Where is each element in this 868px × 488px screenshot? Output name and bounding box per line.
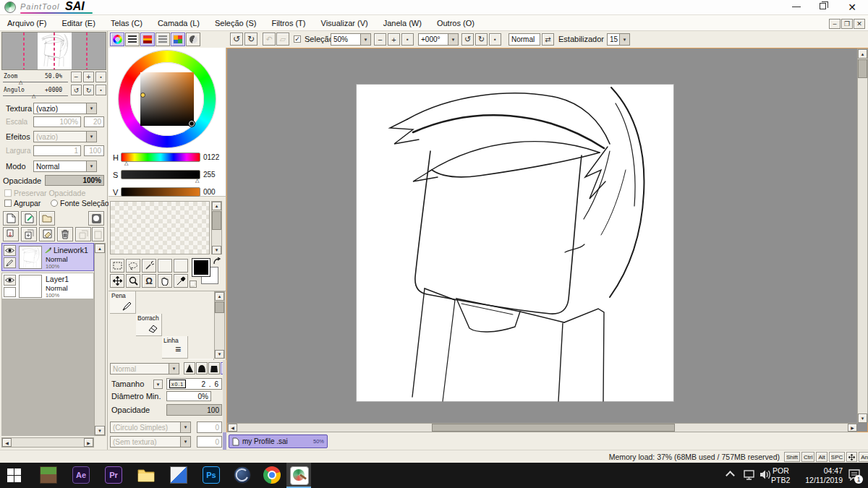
scroll-down-arrow[interactable]: ▼ bbox=[858, 414, 867, 423]
nav-zoom-out-button[interactable]: − bbox=[71, 72, 82, 82]
tray-chevron-up-icon[interactable] bbox=[726, 471, 735, 480]
layers-vertical-scrollbar[interactable]: ▲ ▼ bbox=[94, 243, 106, 436]
menu-selecao[interactable]: Seleção (S) bbox=[215, 19, 256, 27]
rotate-canvas-tool[interactable]: Ω bbox=[142, 274, 156, 288]
layer-visibility-button[interactable] bbox=[4, 245, 16, 256]
brush-size-slider[interactable]: x0.1 2 . 6 bbox=[166, 378, 222, 390]
view-mode-combobox[interactable]: Normal bbox=[509, 33, 540, 46]
rgb-sliders-toggle-button[interactable] bbox=[140, 33, 155, 46]
hand-tool[interactable] bbox=[158, 274, 172, 288]
new-folder-button[interactable] bbox=[39, 211, 55, 226]
angle-slider-handle[interactable]: △ bbox=[32, 93, 35, 99]
swatches-toggle-button[interactable] bbox=[171, 33, 185, 46]
canvas[interactable] bbox=[356, 84, 674, 402]
mdi-close-button[interactable]: ✕ bbox=[854, 19, 865, 29]
scrollbar-thumb[interactable] bbox=[212, 211, 221, 230]
nav-zoom-in-button[interactable]: + bbox=[83, 72, 94, 82]
scroll-left-arrow[interactable]: ◀ bbox=[228, 424, 237, 432]
layer-opacity-slider[interactable]: 100% bbox=[45, 175, 104, 186]
taskbar-premiere[interactable]: Pr bbox=[105, 466, 122, 484]
tool-pena[interactable]: Pena bbox=[110, 291, 136, 314]
window-minimize-button[interactable] bbox=[792, 7, 801, 7]
new-layer-button[interactable] bbox=[3, 211, 19, 226]
taskbar-chrome[interactable] bbox=[263, 466, 281, 484]
zoom-tool[interactable] bbox=[126, 274, 140, 288]
menu-visualizar[interactable]: Visualizar (V) bbox=[321, 19, 368, 27]
canvas-vertical-scrollbar[interactable]: ▲ ▼ bbox=[857, 48, 868, 423]
texture-combobox[interactable]: (vazio) ▼ bbox=[33, 103, 97, 114]
taskbar-sai-active[interactable] bbox=[286, 463, 311, 488]
mdi-minimize-button[interactable]: – bbox=[829, 19, 841, 29]
chevron-down-icon[interactable]: ▼ bbox=[619, 34, 629, 45]
scroll-right-arrow[interactable]: ▶ bbox=[848, 424, 857, 432]
scroll-up-arrow[interactable]: ▲ bbox=[858, 49, 867, 59]
menu-filtros[interactable]: Filtros (T) bbox=[271, 19, 305, 27]
min-diameter-slider[interactable]: 0% bbox=[166, 391, 211, 401]
scrollbar-thumb[interactable] bbox=[215, 301, 224, 313]
rotate-ccw-button[interactable]: ↺ bbox=[461, 33, 474, 46]
nav-rotate-ccw-button[interactable]: ↺ bbox=[71, 85, 82, 95]
layer-row-linework1[interactable]: Linework1 Normal 100% bbox=[1, 243, 94, 271]
clipping-group-checkbox[interactable] bbox=[4, 200, 12, 207]
hue-slider[interactable] bbox=[121, 153, 200, 162]
zoom-combobox[interactable]: 50% ▼ bbox=[331, 33, 371, 46]
layer-row-layer1[interactable]: Layer1 Normal 100% bbox=[1, 273, 94, 299]
angle-combobox[interactable]: +000° ▼ bbox=[418, 33, 459, 46]
brush-size-unit-button[interactable]: ▼ bbox=[153, 380, 163, 389]
scroll-up-arrow[interactable]: ▲ bbox=[215, 292, 224, 301]
chevron-down-icon[interactable]: ▼ bbox=[86, 103, 96, 114]
nav-rotate-reset-button[interactable]: ▪ bbox=[95, 85, 106, 95]
tray-network-icon[interactable] bbox=[744, 470, 756, 480]
rect-select-tool[interactable] bbox=[110, 259, 124, 273]
navigator-preview[interactable] bbox=[1, 32, 106, 70]
tool-borracha[interactable]: Borrach bbox=[136, 314, 162, 336]
brush-shape-round-button[interactable] bbox=[196, 362, 208, 374]
layer-mode-combobox[interactable]: Normal ▼ bbox=[33, 160, 97, 172]
hsv-sliders-toggle-button[interactable] bbox=[156, 33, 170, 46]
rotate-reset-button[interactable]: ▪ bbox=[489, 33, 501, 46]
selection-source-radio[interactable] bbox=[51, 200, 58, 207]
sv-square[interactable] bbox=[140, 72, 194, 126]
brush-opacity-slider[interactable]: 100 bbox=[166, 404, 222, 416]
document-tab[interactable]: my Profile .sai 50% bbox=[229, 435, 328, 448]
navigator-zoom-slider[interactable] bbox=[3, 82, 68, 82]
hue-marker[interactable] bbox=[140, 93, 145, 98]
nav-zoom-reset-button[interactable]: ▪ bbox=[95, 72, 106, 82]
saturation-slider-handle[interactable]: △ bbox=[195, 178, 199, 184]
chevron-down-icon[interactable]: ▼ bbox=[86, 161, 96, 171]
magic-wand-tool[interactable] bbox=[142, 259, 156, 273]
zoom-reset-button[interactable]: ▪ bbox=[401, 33, 414, 46]
window-close-button[interactable]: ✕ bbox=[846, 1, 858, 13]
menu-arquivo[interactable]: Arquivo (F) bbox=[7, 19, 46, 27]
scroll-down-arrow[interactable]: ▼ bbox=[215, 350, 224, 359]
tray-language-line2[interactable]: PTB2 bbox=[771, 476, 790, 484]
new-linework-layer-button[interactable] bbox=[21, 211, 37, 226]
hue-slider-handle[interactable]: △ bbox=[124, 160, 128, 166]
scrollbar-thumb[interactable] bbox=[858, 59, 867, 78]
selection-checkbox[interactable]: ✓ bbox=[294, 35, 301, 43]
transparent-color-chip[interactable] bbox=[190, 281, 197, 288]
grayscale-bars-toggle-button[interactable] bbox=[125, 33, 140, 46]
move-tool[interactable] bbox=[110, 274, 124, 288]
chevron-down-icon[interactable]: ▼ bbox=[360, 34, 370, 45]
menu-telas[interactable]: Telas (C) bbox=[111, 19, 142, 27]
foreground-color-swatch[interactable] bbox=[192, 259, 210, 276]
tray-language-line1[interactable]: POR bbox=[773, 466, 789, 475]
rotate-cw-button[interactable]: ↻ bbox=[475, 33, 488, 46]
taskbar-photoshop[interactable]: Ps bbox=[203, 466, 220, 484]
zoom-in-button[interactable]: + bbox=[388, 33, 400, 46]
tray-clock-date[interactable]: 12/11/2019 bbox=[799, 476, 843, 484]
brush-shape-hard-button[interactable] bbox=[184, 362, 195, 374]
swatches-grid[interactable] bbox=[110, 201, 210, 254]
scroll-right-arrow[interactable]: ▶ bbox=[84, 438, 93, 447]
redo-button[interactable]: ↻ bbox=[244, 33, 258, 46]
layer-visibility-button[interactable] bbox=[4, 275, 16, 286]
zoom-out-button[interactable]: − bbox=[374, 33, 386, 46]
chevron-down-icon[interactable]: ▼ bbox=[448, 34, 458, 45]
layer-draw-mode-button[interactable] bbox=[4, 287, 16, 297]
color-wheel-toggle-button[interactable] bbox=[110, 33, 124, 46]
taskbar-minecraft[interactable] bbox=[40, 466, 57, 484]
scrollbar-thumb[interactable] bbox=[432, 424, 675, 432]
transfer-down-button[interactable] bbox=[3, 227, 19, 241]
eyedropper-tool[interactable] bbox=[174, 274, 188, 288]
